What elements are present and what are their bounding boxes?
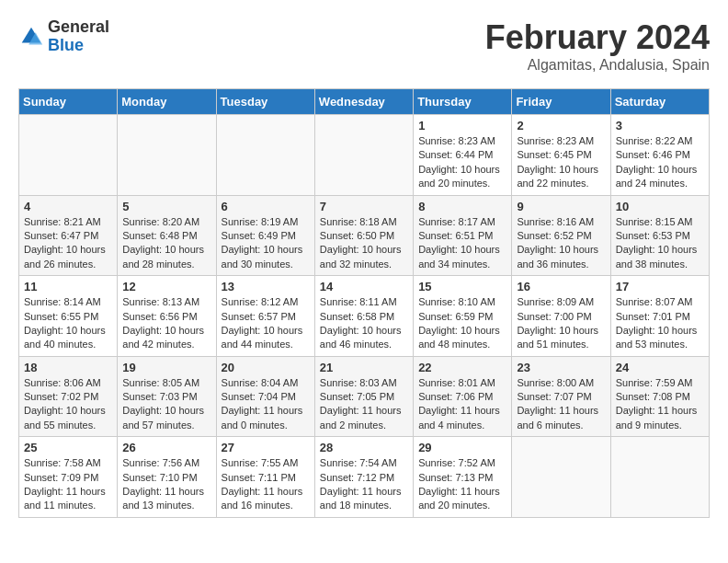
calendar-table: SundayMondayTuesdayWednesdayThursdayFrid…	[18, 88, 710, 518]
day-of-week-header: Friday	[512, 89, 610, 115]
day-number: 20	[222, 361, 310, 374]
logo-general: General	[48, 18, 109, 37]
logo: General Blue	[18, 18, 109, 55]
calendar-cell: 19Sunrise: 8:05 AM Sunset: 7:03 PM Dayli…	[118, 356, 216, 437]
calendar-cell: 15Sunrise: 8:10 AM Sunset: 6:59 PM Dayli…	[414, 276, 512, 357]
day-of-week-header: Saturday	[610, 89, 709, 115]
calendar-cell: 2Sunrise: 8:23 AM Sunset: 6:45 PM Daylig…	[512, 115, 610, 196]
day-number: 27	[222, 441, 310, 454]
day-number: 14	[320, 280, 408, 293]
day-info: Sunrise: 8:23 AM Sunset: 6:45 PM Dayligh…	[517, 134, 605, 191]
day-number: 11	[24, 280, 112, 293]
day-info: Sunrise: 8:14 AM Sunset: 6:55 PM Dayligh…	[24, 295, 112, 352]
calendar-cell: 26Sunrise: 7:56 AM Sunset: 7:10 PM Dayli…	[118, 437, 216, 518]
day-info: Sunrise: 8:04 AM Sunset: 7:04 PM Dayligh…	[222, 376, 310, 433]
day-info: Sunrise: 7:56 AM Sunset: 7:10 PM Dayligh…	[122, 456, 210, 513]
day-info: Sunrise: 8:10 AM Sunset: 6:59 PM Dayligh…	[418, 295, 506, 352]
calendar-cell: 10Sunrise: 8:15 AM Sunset: 6:53 PM Dayli…	[610, 195, 709, 276]
calendar-cell: 9Sunrise: 8:16 AM Sunset: 6:52 PM Daylig…	[512, 195, 610, 276]
day-number: 6	[222, 200, 310, 213]
day-info: Sunrise: 7:52 AM Sunset: 7:13 PM Dayligh…	[418, 456, 506, 513]
day-of-week-header: Monday	[118, 89, 216, 115]
day-info: Sunrise: 8:01 AM Sunset: 7:06 PM Dayligh…	[418, 376, 506, 433]
day-number: 29	[418, 441, 506, 454]
calendar-body: 1Sunrise: 8:23 AM Sunset: 6:44 PM Daylig…	[19, 115, 710, 518]
calendar-cell: 3Sunrise: 8:22 AM Sunset: 6:46 PM Daylig…	[610, 115, 709, 196]
calendar-cell: 16Sunrise: 8:09 AM Sunset: 7:00 PM Dayli…	[512, 276, 610, 357]
logo-blue: Blue	[48, 37, 109, 55]
day-of-week-header: Thursday	[414, 89, 512, 115]
day-number: 24	[616, 361, 704, 374]
day-number: 12	[122, 280, 210, 293]
day-info: Sunrise: 7:55 AM Sunset: 7:11 PM Dayligh…	[222, 456, 310, 513]
day-number: 9	[517, 200, 605, 213]
day-info: Sunrise: 8:07 AM Sunset: 7:01 PM Dayligh…	[616, 295, 704, 352]
day-info: Sunrise: 8:22 AM Sunset: 6:46 PM Dayligh…	[616, 134, 704, 191]
day-number: 8	[418, 200, 506, 213]
day-number: 4	[24, 200, 112, 213]
day-number: 17	[616, 280, 704, 293]
calendar-cell: 28Sunrise: 7:54 AM Sunset: 7:12 PM Dayli…	[314, 437, 413, 518]
day-info: Sunrise: 8:12 AM Sunset: 6:57 PM Dayligh…	[222, 295, 310, 352]
logo-text: General Blue	[48, 18, 109, 55]
calendar-cell: 1Sunrise: 8:23 AM Sunset: 6:44 PM Daylig…	[414, 115, 512, 196]
calendar-cell: 4Sunrise: 8:21 AM Sunset: 6:47 PM Daylig…	[19, 195, 118, 276]
calendar-header: SundayMondayTuesdayWednesdayThursdayFrid…	[19, 89, 710, 115]
day-number: 1	[418, 119, 506, 132]
day-number: 21	[320, 361, 408, 374]
day-number: 19	[122, 361, 210, 374]
day-info: Sunrise: 8:21 AM Sunset: 6:47 PM Dayligh…	[24, 215, 112, 272]
day-number: 10	[616, 200, 704, 213]
page-header: General Blue February 2024 Algamitas, An…	[18, 18, 710, 74]
day-info: Sunrise: 8:06 AM Sunset: 7:02 PM Dayligh…	[24, 376, 112, 433]
calendar-cell	[314, 115, 413, 196]
day-info: Sunrise: 7:59 AM Sunset: 7:08 PM Dayligh…	[616, 376, 704, 433]
day-info: Sunrise: 8:11 AM Sunset: 6:58 PM Dayligh…	[320, 295, 408, 352]
calendar-cell: 12Sunrise: 8:13 AM Sunset: 6:56 PM Dayli…	[118, 276, 216, 357]
calendar-cell: 22Sunrise: 8:01 AM Sunset: 7:06 PM Dayli…	[414, 356, 512, 437]
calendar-cell	[216, 115, 314, 196]
calendar-cell: 27Sunrise: 7:55 AM Sunset: 7:11 PM Dayli…	[216, 437, 314, 518]
day-info: Sunrise: 7:54 AM Sunset: 7:12 PM Dayligh…	[320, 456, 408, 513]
day-number: 28	[320, 441, 408, 454]
calendar-cell: 6Sunrise: 8:19 AM Sunset: 6:49 PM Daylig…	[216, 195, 314, 276]
day-info: Sunrise: 8:17 AM Sunset: 6:51 PM Dayligh…	[418, 215, 506, 272]
day-info: Sunrise: 8:23 AM Sunset: 6:44 PM Dayligh…	[418, 134, 506, 191]
day-number: 18	[24, 361, 112, 374]
day-info: Sunrise: 8:09 AM Sunset: 7:00 PM Dayligh…	[517, 295, 605, 352]
day-number: 22	[418, 361, 506, 374]
day-info: Sunrise: 8:15 AM Sunset: 6:53 PM Dayligh…	[616, 215, 704, 272]
calendar-cell: 25Sunrise: 7:58 AM Sunset: 7:09 PM Dayli…	[19, 437, 118, 518]
day-number: 2	[517, 119, 605, 132]
month-title: February 2024	[485, 18, 710, 57]
day-number: 25	[24, 441, 112, 454]
calendar-cell: 21Sunrise: 8:03 AM Sunset: 7:05 PM Dayli…	[314, 356, 413, 437]
calendar-cell: 13Sunrise: 8:12 AM Sunset: 6:57 PM Dayli…	[216, 276, 314, 357]
calendar-cell: 29Sunrise: 7:52 AM Sunset: 7:13 PM Dayli…	[414, 437, 512, 518]
calendar-cell: 14Sunrise: 8:11 AM Sunset: 6:58 PM Dayli…	[314, 276, 413, 357]
calendar-cell: 8Sunrise: 8:17 AM Sunset: 6:51 PM Daylig…	[414, 195, 512, 276]
day-number: 7	[320, 200, 408, 213]
calendar-cell: 23Sunrise: 8:00 AM Sunset: 7:07 PM Dayli…	[512, 356, 610, 437]
day-info: Sunrise: 8:00 AM Sunset: 7:07 PM Dayligh…	[517, 376, 605, 433]
calendar-cell: 5Sunrise: 8:20 AM Sunset: 6:48 PM Daylig…	[118, 195, 216, 276]
day-info: Sunrise: 7:58 AM Sunset: 7:09 PM Dayligh…	[24, 456, 112, 513]
day-info: Sunrise: 8:20 AM Sunset: 6:48 PM Dayligh…	[122, 215, 210, 272]
day-info: Sunrise: 8:18 AM Sunset: 6:50 PM Dayligh…	[320, 215, 408, 272]
day-info: Sunrise: 8:05 AM Sunset: 7:03 PM Dayligh…	[122, 376, 210, 433]
calendar-cell	[19, 115, 118, 196]
calendar-cell: 7Sunrise: 8:18 AM Sunset: 6:50 PM Daylig…	[314, 195, 413, 276]
day-number: 26	[122, 441, 210, 454]
calendar-cell: 24Sunrise: 7:59 AM Sunset: 7:08 PM Dayli…	[610, 356, 709, 437]
calendar-cell	[118, 115, 216, 196]
calendar-cell	[610, 437, 709, 518]
calendar-cell	[512, 437, 610, 518]
day-info: Sunrise: 8:03 AM Sunset: 7:05 PM Dayligh…	[320, 376, 408, 433]
day-number: 23	[517, 361, 605, 374]
calendar-cell: 11Sunrise: 8:14 AM Sunset: 6:55 PM Dayli…	[19, 276, 118, 357]
day-number: 5	[122, 200, 210, 213]
title-section: February 2024 Algamitas, Andalusia, Spai…	[485, 18, 710, 74]
day-number: 3	[616, 119, 704, 132]
day-number: 13	[222, 280, 310, 293]
day-of-week-header: Sunday	[19, 89, 118, 115]
